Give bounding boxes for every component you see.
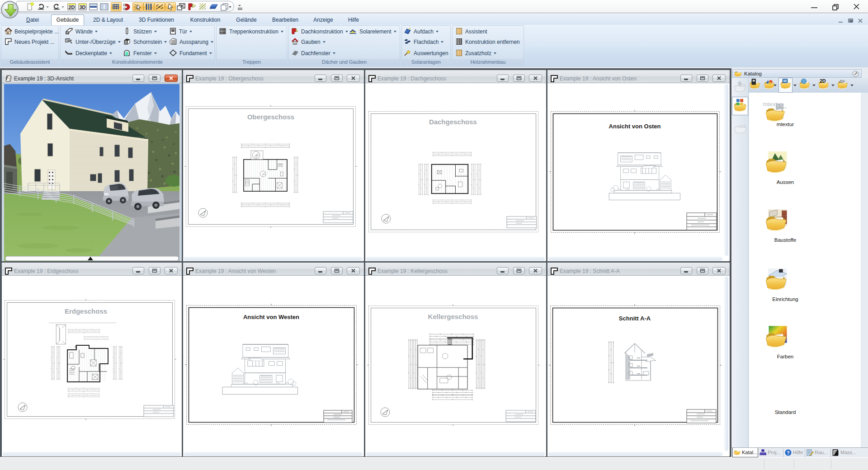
svg-text:Kellergeschoss: Kellergeschoss xyxy=(428,313,478,320)
svg-text:Erdgeschoss: Erdgeschoss xyxy=(65,307,107,315)
svg-text:3D: 3D xyxy=(79,5,85,10)
svg-text:Schnitt A-A: Schnitt A-A xyxy=(619,315,651,322)
svg-text:Dachgeschoss: Dachgeschoss xyxy=(429,118,477,126)
svg-text:Ansicht von Osten: Ansicht von Osten xyxy=(609,123,661,130)
svg-text:?: ? xyxy=(787,450,789,456)
svg-text:2D: 2D xyxy=(820,78,826,84)
svg-text:2D: 2D xyxy=(68,5,75,10)
svg-text:Obergeschoss: Obergeschoss xyxy=(247,113,294,121)
svg-text:Ansicht von Westen: Ansicht von Westen xyxy=(243,314,299,320)
